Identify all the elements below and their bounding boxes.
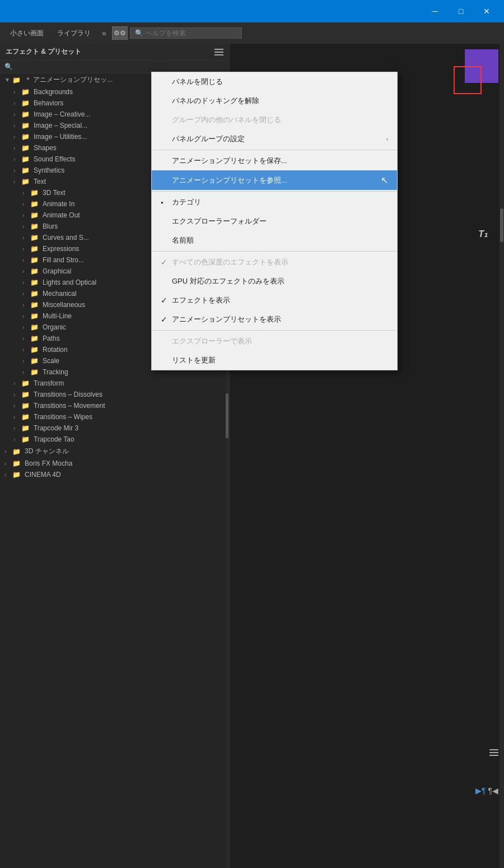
folder-icon: 📁 (30, 234, 40, 242)
rp-menu-lines[interactable] (489, 749, 498, 756)
workspace-gear-button[interactable]: ⚙⚙ (112, 26, 128, 40)
menu-item[interactable]: パネルのドッキングを解除 (152, 91, 397, 110)
folder-icon: 📁 (21, 379, 31, 387)
tree-arrow-icon: › (22, 235, 30, 241)
gear-icon: ⚙⚙ (114, 29, 126, 37)
panel-header: エフェクト & プリセット (0, 44, 229, 61)
panel-title: エフェクト & プリセット (6, 47, 81, 57)
folder-icon: 📁 (30, 267, 40, 275)
effects-search-input[interactable] (15, 63, 225, 71)
menu-check-icon: ✓ (161, 258, 172, 267)
menu-item[interactable]: ✓エフェクトを表示 (152, 291, 397, 310)
submenu-arrow-icon: › (386, 136, 388, 142)
tree-item[interactable]: ›📁Trapcode Mir 3 (0, 423, 229, 434)
tree-arrow-icon: › (22, 324, 30, 331)
menu-item-label: パネルのドッキングを解除 (172, 96, 388, 106)
tab-library[interactable]: ライブラリ (52, 26, 96, 40)
right-scrollbar-thumb[interactable] (500, 208, 503, 242)
menu-item[interactable]: リストを更新 (152, 351, 397, 370)
tree-item[interactable]: ›📁Transitions – Dissolves (0, 389, 229, 400)
tree-item-label: Transitions – Movement (34, 402, 105, 410)
tree-arrow-icon: › (22, 347, 30, 353)
folder-icon: 📁 (30, 290, 40, 298)
panel-menu-button[interactable] (214, 49, 223, 55)
tree-arrow-icon: › (13, 403, 21, 409)
menu-check-icon: ● (161, 200, 172, 205)
menu-item[interactable]: エクスプローラーフォルダー (152, 212, 397, 231)
tree-item[interactable]: ›📁CINEMA 4D (0, 469, 229, 480)
menu-item[interactable]: アニメーションプリセットを参照...↖ (152, 170, 397, 190)
folder-icon: 📁 (30, 323, 40, 331)
menu-check-icon: ✓ (161, 296, 172, 305)
left-scrollbar-thumb[interactable] (226, 393, 228, 438)
ltr-icon[interactable]: ▶¶ (475, 786, 486, 795)
help-search-input[interactable] (146, 29, 237, 37)
menu-separator (152, 330, 397, 331)
menu-item[interactable]: 名前順 (152, 231, 397, 250)
tree-arrow-icon: › (13, 89, 21, 95)
right-panel-scrollbar[interactable] (500, 44, 504, 868)
tree-item-label: Rotation (43, 346, 68, 354)
tree-item-label: Transitions – Wipes (34, 413, 92, 421)
menu-item-label: グループ内の他のパネルを閉じる (172, 115, 388, 125)
tree-item[interactable]: ›📁Transform (0, 378, 229, 389)
search-icon: 🔍 (4, 63, 13, 71)
menu-item[interactable]: アニメーションプリセットを保存... (152, 151, 397, 170)
tree-arrow-icon: › (22, 313, 30, 319)
folder-icon: 📁 (30, 335, 40, 342)
menu-item[interactable]: パネルを閉じる (152, 72, 397, 91)
menu-item[interactable]: ●カテゴリ (152, 193, 397, 212)
tree-root-label: ＊ アニメーションプリセッ... (25, 75, 113, 85)
minimize-button[interactable]: ─ (422, 2, 448, 20)
menu-separator (152, 251, 397, 252)
tree-item-label: Transform (34, 379, 64, 387)
tree-item[interactable]: ›📁Transitions – Movement (0, 400, 229, 411)
folder-icon: 📁 (30, 357, 40, 365)
menu-item: グループ内の他のパネルを閉じる (152, 110, 397, 129)
folder-icon: 📁 (30, 346, 40, 354)
tree-item[interactable]: ›📁3D チャンネル (0, 445, 229, 458)
folder-icon: 📁 (21, 99, 31, 107)
help-search-bar[interactable]: 🔍 (130, 27, 242, 39)
tree-item-label: Image – Utilities... (34, 133, 87, 141)
search-icon: 🔍 (135, 29, 143, 37)
menu-separator (152, 150, 397, 150)
menu-item-label: アニメーションプリセットを参照... (172, 175, 376, 185)
t1-icon-area: T₁ (478, 229, 487, 239)
rp-menu-button[interactable] (489, 749, 498, 756)
tree-arrow-icon: › (22, 291, 30, 297)
tree-item-label: Text (34, 178, 46, 185)
tree-arrow-icon: › (22, 212, 30, 219)
maximize-button[interactable]: □ (448, 2, 474, 20)
tree-arrow-icon: › (22, 358, 30, 364)
tree-arrow-icon: › (4, 448, 12, 454)
tree-arrow-icon: › (13, 156, 21, 163)
tree-item[interactable]: ›📁Trapcode Tao (0, 434, 229, 445)
tree-item[interactable]: ›📁Boris FX Mocha (0, 458, 229, 469)
menu-item-label: エクスプローラーフォルダー (172, 216, 388, 226)
menu-item-label: アニメーションプリセットを保存... (172, 156, 388, 166)
folder-icon: 📁 (12, 459, 22, 467)
folder-icon: 📁 (21, 122, 31, 129)
rtl-icon[interactable]: ¶◀ (488, 786, 498, 795)
tree-arrow-icon: › (22, 257, 30, 263)
folder-icon: 📁 (21, 166, 31, 174)
menu-item[interactable]: パネルグループの設定› (152, 129, 397, 148)
tree-item-label: Trapcode Tao (34, 435, 74, 443)
menu-item-label: リストを更新 (172, 355, 388, 365)
folder-icon: 📁 (21, 144, 31, 152)
tab-small-screen[interactable]: 小さい画面 (4, 26, 49, 40)
tree-item-label: 3D チャンネル (25, 447, 69, 456)
tree-arrow-icon: › (13, 168, 21, 174)
tree-arrow-icon: › (13, 179, 21, 185)
cursor-icon: ↖ (381, 175, 388, 185)
close-button[interactable]: ✕ (474, 2, 500, 20)
folder-icon: 📁 (30, 368, 40, 376)
tree-item[interactable]: ›📁Transitions – Wipes (0, 411, 229, 423)
menu-item[interactable]: ✓アニメーションプリセットを表示 (152, 310, 397, 329)
tree-arrow-icon: › (13, 437, 21, 443)
expand-tabs-icon[interactable]: » (99, 26, 110, 40)
tree-item-label: Organic (43, 323, 66, 331)
menu-item[interactable]: GPU 対応のエフェクトのみを表示 (152, 272, 397, 291)
folder-icon: 📁 (21, 88, 31, 96)
